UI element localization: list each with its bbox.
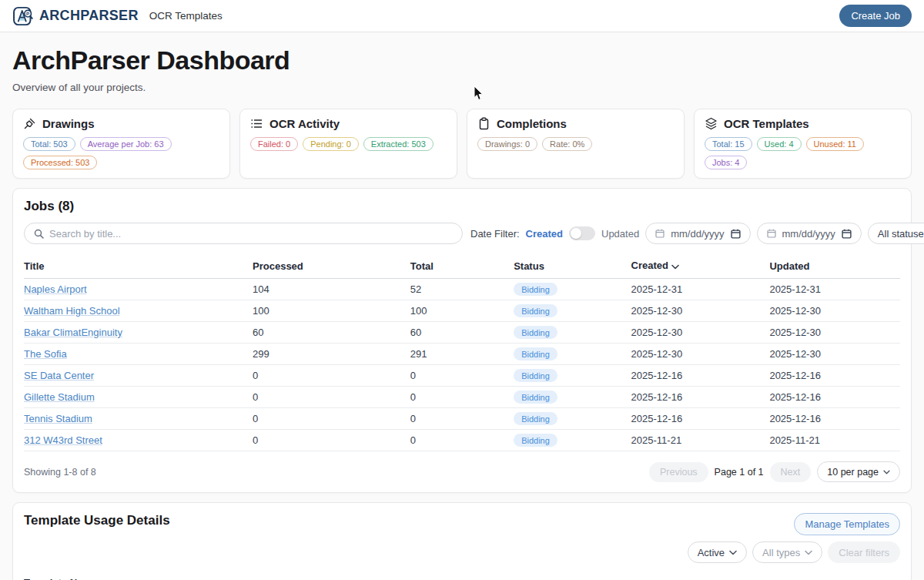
column-header-status[interactable]: Status bbox=[514, 260, 631, 272]
date-to-input[interactable]: mm/dd/yyyy bbox=[757, 223, 862, 244]
template-filter-row: Active All types Clear filters bbox=[24, 541, 900, 563]
column-header-title[interactable]: Title bbox=[24, 260, 253, 272]
date-filter-toggle[interactable] bbox=[569, 226, 595, 240]
job-updated-value: 2025-12-16 bbox=[769, 370, 900, 381]
job-processed-value: 104 bbox=[253, 283, 410, 295]
types-filter-value: All types bbox=[762, 547, 800, 558]
stat-card-title: OCR Activity bbox=[270, 117, 340, 130]
table-row: Bakar ClimatEnginuity 60 60 Bidding 2025… bbox=[24, 322, 900, 344]
date-filter-updated-label[interactable]: Updated bbox=[601, 228, 639, 240]
sort-desc-icon bbox=[671, 260, 679, 272]
job-title-link[interactable]: Naples Airport bbox=[24, 283, 87, 295]
search-input-wrap bbox=[24, 223, 463, 244]
job-updated-value: 2025-12-16 bbox=[769, 391, 900, 403]
column-header-type[interactable]: Type bbox=[837, 578, 900, 580]
create-job-button[interactable]: Create Job bbox=[839, 5, 912, 27]
svg-text:P: P bbox=[26, 10, 29, 15]
page-info: Page 1 of 1 bbox=[715, 467, 764, 478]
stat-card-ocr-templates: OCR Templates Total: 15Used: 4Unused: 11… bbox=[694, 109, 912, 179]
pin-icon bbox=[23, 117, 36, 130]
status-badge: Bidding bbox=[514, 326, 557, 339]
job-created-value: 2025-12-30 bbox=[631, 348, 770, 360]
manage-templates-button[interactable]: Manage Templates bbox=[794, 513, 900, 535]
jobs-table-footer: Showing 1-8 of 8 Previous Page 1 of 1 Ne… bbox=[24, 461, 900, 482]
column-header-processed[interactable]: Processed bbox=[253, 260, 410, 272]
stat-card-drawings: Drawings Total: 503Average per Job: 63Pr… bbox=[12, 109, 230, 179]
job-created-value: 2025-12-16 bbox=[631, 370, 770, 381]
per-page-dropdown[interactable]: 10 per page bbox=[817, 461, 900, 482]
date-filter-created-label[interactable]: Created bbox=[526, 228, 563, 240]
archparser-logo-icon: P bbox=[12, 5, 34, 27]
job-title-link[interactable]: The Sofia bbox=[24, 348, 67, 360]
calendar-picker-icon[interactable] bbox=[842, 229, 852, 239]
jobs-table-header: Title Processed Total Status Created Upd… bbox=[24, 255, 900, 279]
job-total-value: 100 bbox=[410, 305, 514, 317]
showing-count: Showing 1-8 of 8 bbox=[24, 467, 96, 478]
stat-card-completions: Completions Drawings: 0Rate: 0% bbox=[467, 109, 685, 179]
column-header-created[interactable]: Created bbox=[631, 260, 770, 272]
unused-11-badge: Unused: 11 bbox=[806, 137, 864, 151]
template-usage-panel: Template Usage Details Manage Templates … bbox=[12, 502, 912, 580]
clear-filters-button[interactable]: Clear filters bbox=[828, 541, 900, 563]
statuses-dropdown[interactable]: All statuses bbox=[868, 223, 924, 244]
job-title-link[interactable]: 312 W43rd Street bbox=[24, 434, 102, 446]
stat-card-title: Completions bbox=[497, 117, 567, 130]
calendar-icon bbox=[767, 229, 776, 238]
job-title-link[interactable]: Gillette Stadium bbox=[24, 391, 95, 403]
drawings-0-badge: Drawings: 0 bbox=[477, 137, 537, 151]
job-updated-value: 2025-12-30 bbox=[769, 348, 900, 360]
brand: P ARCHPARSER bbox=[12, 5, 139, 27]
column-header-total[interactable]: Total bbox=[410, 260, 514, 272]
stat-card-badges: Total: 503Average per Job: 63Processed: … bbox=[23, 137, 219, 169]
rate-0--badge: Rate: 0% bbox=[542, 137, 592, 151]
status-badge: Bidding bbox=[514, 347, 557, 360]
status-badge: Bidding bbox=[514, 412, 557, 425]
job-processed-value: 0 bbox=[253, 413, 410, 424]
templates-table: Template Name Drawing Sets Drawings Jobs… bbox=[24, 572, 900, 580]
job-title-link[interactable]: Waltham High School bbox=[24, 305, 120, 317]
column-header-template-name[interactable]: Template Name bbox=[24, 577, 570, 580]
next-page-button[interactable]: Next bbox=[770, 462, 812, 482]
status-badge: Bidding bbox=[514, 434, 557, 447]
search-input[interactable] bbox=[49, 228, 453, 240]
column-header-drawings[interactable]: Drawings bbox=[684, 578, 775, 580]
page-subtitle: Overview of all your projects. bbox=[12, 82, 912, 93]
job-total-value: 291 bbox=[410, 348, 514, 360]
job-updated-value: 2025-12-31 bbox=[769, 283, 900, 295]
average-per-job-63-badge: Average per Job: 63 bbox=[80, 137, 172, 151]
job-total-value: 52 bbox=[410, 283, 514, 295]
job-updated-value: 2025-11-21 bbox=[769, 434, 900, 446]
stat-card-ocr-activity: OCR Activity Failed: 0Pending: 0Extracte… bbox=[239, 109, 457, 179]
extracted-503-badge: Extracted: 503 bbox=[363, 137, 434, 151]
pending-0-badge: Pending: 0 bbox=[303, 137, 359, 151]
stat-card-badges: Failed: 0Pending: 0Extracted: 503 bbox=[250, 137, 447, 151]
date-from-input[interactable]: mm/dd/yyyy bbox=[645, 223, 750, 244]
calendar-picker-icon[interactable] bbox=[731, 229, 741, 239]
job-title-link[interactable]: SE Data Center bbox=[24, 370, 94, 381]
total-15-badge: Total: 15 bbox=[705, 137, 752, 151]
column-header-drawing-sets[interactable]: Drawing Sets bbox=[570, 578, 684, 580]
date-to-value: mm/dd/yyyy bbox=[782, 228, 835, 240]
job-total-value: 0 bbox=[410, 413, 514, 424]
job-total-value: 0 bbox=[410, 391, 514, 403]
table-row: The Sofia 299 291 Bidding 2025-12-30 202… bbox=[24, 344, 900, 365]
stat-card-badges: Total: 15Used: 4Unused: 11Jobs: 4 bbox=[705, 137, 901, 169]
table-row: Tennis Stadium 0 0 Bidding 2025-12-16 20… bbox=[24, 408, 900, 430]
job-title-link[interactable]: Bakar ClimatEnginuity bbox=[24, 327, 122, 338]
column-header-updated[interactable]: Updated bbox=[769, 260, 900, 272]
job-total-value: 0 bbox=[410, 370, 514, 381]
table-row: SE Data Center 0 0 Bidding 2025-12-16 20… bbox=[24, 365, 900, 387]
job-processed-value: 0 bbox=[253, 370, 410, 381]
chevron-down-icon bbox=[883, 470, 890, 474]
jobs-4-badge: Jobs: 4 bbox=[705, 156, 747, 169]
job-title-link[interactable]: Tennis Stadium bbox=[24, 413, 92, 424]
column-header-jobs[interactable]: Jobs bbox=[775, 578, 837, 580]
types-filter-dropdown[interactable]: All types bbox=[752, 541, 822, 563]
table-row: 312 W43rd Street 0 0 Bidding 2025-11-21 … bbox=[24, 430, 900, 451]
active-filter-dropdown[interactable]: Active bbox=[688, 541, 747, 563]
job-processed-value: 100 bbox=[253, 305, 410, 317]
breadcrumb-page-label: OCR Templates bbox=[149, 10, 223, 22]
date-from-value: mm/dd/yyyy bbox=[671, 228, 724, 240]
job-created-value: 2025-12-30 bbox=[631, 305, 770, 317]
previous-page-button[interactable]: Previous bbox=[649, 462, 708, 482]
